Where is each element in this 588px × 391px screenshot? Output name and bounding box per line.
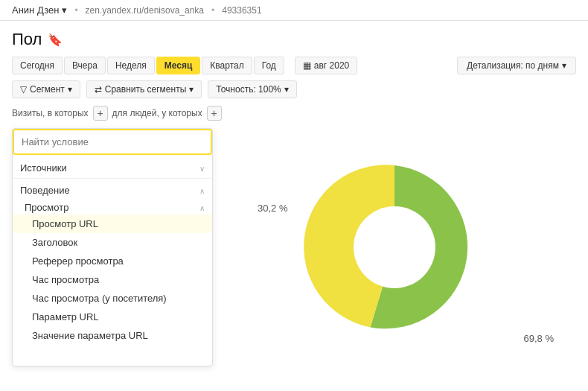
detail-chevron: ▾	[562, 60, 566, 71]
accuracy-button[interactable]: Точность: 100% ▾	[208, 80, 296, 98]
segment-label: Сегмент	[30, 84, 65, 95]
topbar-url: zen.yandex.ru/denisova_anka	[86, 5, 204, 16]
page-title-row: Пол 🔖	[12, 30, 576, 49]
item-referer[interactable]: Реферер просмотра	[13, 252, 212, 270]
filter-row: Визиты, в которых + для людей, у которых…	[12, 106, 576, 121]
item-view-url-label: Просмотр URL	[32, 218, 98, 229]
tab-quarter[interactable]: Квартал	[202, 57, 252, 74]
visits-label: Визиты, в которых	[12, 108, 89, 118]
section-sources[interactable]: Источники	[13, 158, 212, 177]
segment-row: ▽ Сегмент ▾ ⇄ Сравнить сегменты ▾ Точнос…	[12, 80, 576, 98]
chart-label-left: 30,2 %	[258, 203, 287, 214]
tab-yesterday[interactable]: Вчера	[64, 57, 106, 74]
topbar-separator: •	[74, 5, 77, 16]
dropdown-panel: Источники Поведение Просмотр Просмотр UR…	[12, 128, 213, 366]
people-label: для людей, у которых	[112, 108, 202, 118]
date-tabs-row: Сегодня Вчера Неделя Месяц Квартал Год ▦…	[12, 57, 576, 74]
section-behavior-chevron	[199, 185, 205, 196]
add-icon2: +	[211, 107, 217, 119]
donut-hole	[354, 206, 435, 288]
user-chevron: ▾	[62, 4, 67, 16]
topbar-id: 49336351	[222, 5, 261, 16]
item-hour[interactable]: Час просмотра	[13, 270, 212, 289]
item-view-url[interactable]: Просмотр URL	[13, 214, 212, 233]
tab-week[interactable]: Неделя	[107, 57, 155, 74]
tab-today[interactable]: Сегодня	[12, 57, 63, 74]
donut-chart	[298, 150, 491, 344]
content-area: Источники Поведение Просмотр Просмотр UR…	[12, 128, 576, 366]
divider-1	[13, 178, 212, 179]
item-hour-label: Час просмотра	[32, 274, 99, 285]
tab-year[interactable]: Год	[254, 57, 284, 74]
section-sources-label: Источники	[20, 162, 67, 174]
item-url-param-label: Параметр URL	[32, 311, 99, 322]
chart-label-right: 69,8 %	[524, 333, 554, 344]
calendar-icon: ▦	[303, 60, 311, 71]
item-referer-label: Реферер просмотра	[32, 255, 124, 267]
people-add-button[interactable]: +	[207, 106, 222, 121]
section-behavior-label: Поведение	[20, 185, 70, 196]
compare-icon: ⇄	[95, 84, 102, 95]
subsection-view-label: Просмотр	[25, 202, 68, 213]
accuracy-chevron: ▾	[284, 84, 289, 95]
topbar-sep2: •	[211, 5, 214, 16]
subsection-view-chevron	[199, 203, 205, 213]
item-url-param-value-label: Значение параметра URL	[32, 330, 148, 341]
compare-segments-button[interactable]: ⇄ Сравнить сегменты ▾	[86, 80, 202, 98]
dropdown-list: Источники Поведение Просмотр Просмотр UR…	[13, 155, 212, 348]
page-title: Пол	[12, 30, 42, 49]
item-url-param-value[interactable]: Значение параметра URL	[13, 326, 212, 345]
user-name: Анин Дзен	[12, 4, 59, 16]
add-icon: +	[97, 107, 103, 119]
item-hour-visitor[interactable]: Час просмотра (у посетителя)	[13, 289, 212, 308]
item-header[interactable]: Заголовок	[13, 233, 212, 252]
compare-label: Сравнить сегменты	[105, 84, 187, 95]
tab-detail[interactable]: Детализация: по дням ▾	[457, 57, 576, 74]
accuracy-label: Точность: 100%	[216, 84, 281, 95]
segment-chevron: ▾	[68, 84, 72, 95]
tab-month[interactable]: Месяц	[156, 57, 201, 74]
topbar: Анин Дзен ▾ • zen.yandex.ru/denisova_ank…	[0, 0, 588, 21]
date-value: авг 2020	[314, 60, 349, 71]
item-header-label: Заголовок	[32, 237, 77, 248]
item-hour-visitor-label: Час просмотра (у посетителя)	[32, 293, 167, 304]
compare-chevron: ▾	[189, 84, 194, 95]
segment-icon: ▽	[20, 84, 27, 95]
subsection-view[interactable]: Просмотр	[13, 199, 212, 214]
section-behavior[interactable]: Поведение	[13, 180, 212, 199]
section-sources-chevron	[199, 163, 205, 174]
bookmark-icon[interactable]: 🔖	[48, 33, 63, 47]
item-url-param[interactable]: Параметр URL	[13, 308, 212, 326]
topbar-user[interactable]: Анин Дзен ▾	[12, 4, 67, 16]
detail-label: Детализация: по дням	[467, 60, 559, 71]
main-content: Пол 🔖 Сегодня Вчера Неделя Месяц Квартал…	[0, 21, 588, 366]
chart-area: 30,2 % 69,8 %	[213, 128, 576, 366]
segment-button[interactable]: ▽ Сегмент ▾	[12, 80, 80, 98]
search-input[interactable]	[13, 129, 212, 155]
visits-add-button[interactable]: +	[93, 106, 108, 121]
tab-date-picker[interactable]: ▦ авг 2020	[295, 57, 357, 74]
